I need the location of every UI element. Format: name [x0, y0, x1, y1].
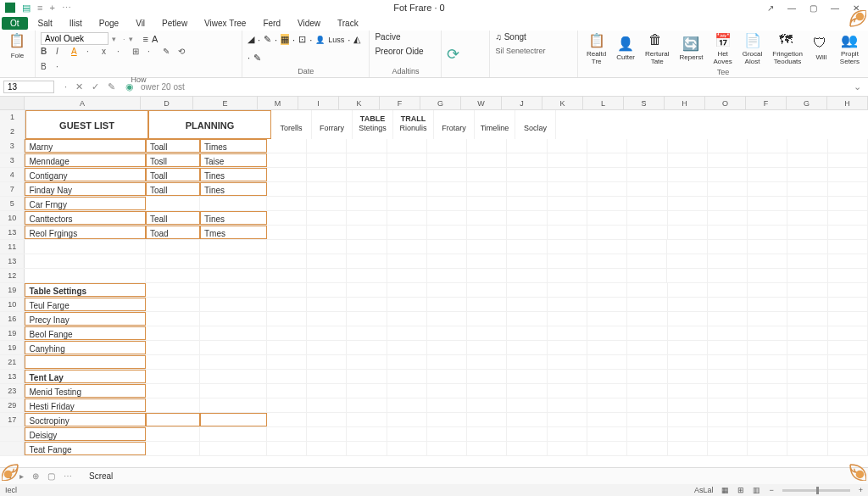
cell[interactable] [347, 226, 387, 239]
colhdr-a[interactable]: A [25, 97, 142, 109]
tab-prev-icon[interactable]: ◂ [7, 471, 11, 481]
cell[interactable] [548, 182, 587, 196]
nav-frotary[interactable]: Frotary [434, 110, 475, 139]
cell[interactable] [668, 168, 708, 181]
cell[interactable] [387, 240, 427, 254]
nav-rionulis[interactable]: TRALLRionulis [393, 110, 434, 139]
cell[interactable] [748, 240, 787, 254]
cell[interactable] [587, 269, 627, 282]
cell[interactable] [748, 326, 787, 340]
cell[interactable] [548, 269, 587, 282]
cell[interactable] [467, 182, 507, 196]
cell-e[interactable]: Tines [200, 182, 267, 196]
preoror-label[interactable]: Preoror Oide [375, 47, 423, 56]
rowhdr[interactable]: 16 [0, 312, 25, 326]
cell[interactable] [627, 442, 667, 455]
cell-e[interactable] [200, 197, 267, 210]
cell[interactable] [347, 312, 387, 326]
plus-icon[interactable]: + [49, 3, 54, 13]
cell[interactable] [828, 384, 868, 398]
colhdr-G[interactable]: G [787, 97, 827, 109]
cell[interactable] [267, 298, 307, 311]
cell[interactable] [467, 312, 507, 326]
cell[interactable] [587, 370, 627, 383]
cell-d[interactable]: Toall [146, 168, 200, 181]
cell[interactable] [347, 370, 387, 383]
cell[interactable] [347, 283, 387, 297]
cell-d[interactable] [146, 341, 200, 354]
cell[interactable] [748, 139, 787, 153]
cell[interactable] [507, 427, 547, 441]
cell[interactable] [708, 269, 748, 282]
cell[interactable] [668, 355, 708, 369]
strike-icon[interactable]: · [86, 47, 98, 59]
cell[interactable] [467, 384, 507, 398]
cell[interactable] [627, 226, 667, 239]
cell[interactable] [668, 326, 708, 340]
rowhdr[interactable]: 13 [0, 226, 25, 239]
cell[interactable] [548, 298, 587, 311]
cell[interactable] [467, 413, 507, 426]
ribbon-btn-reperst[interactable]: 🔄Reperst [676, 36, 706, 62]
menu-icon[interactable]: ≡ [37, 3, 42, 13]
cell[interactable] [347, 298, 387, 311]
cell[interactable] [387, 168, 427, 181]
cell[interactable] [548, 197, 587, 210]
cell[interactable] [467, 153, 507, 167]
cell[interactable] [787, 182, 827, 196]
cell[interactable] [587, 182, 627, 196]
colhdr-S[interactable]: S [624, 97, 665, 109]
cell-a[interactable] [25, 254, 146, 268]
cell[interactable] [507, 139, 547, 153]
cell[interactable] [787, 442, 827, 455]
tab-track[interactable]: Track [331, 17, 365, 30]
cell[interactable] [748, 283, 787, 297]
cell[interactable] [467, 139, 507, 153]
cell[interactable] [307, 341, 347, 354]
cell[interactable] [427, 398, 467, 412]
share-icon[interactable]: ↗ [767, 3, 774, 13]
cell[interactable] [708, 427, 748, 441]
cell[interactable] [748, 298, 787, 311]
cell[interactable] [587, 312, 627, 326]
cell[interactable] [548, 168, 587, 181]
cell-e[interactable] [200, 283, 267, 297]
rowhdr[interactable]: 17 [0, 413, 25, 426]
cell[interactable] [627, 413, 667, 426]
cell[interactable] [267, 139, 307, 153]
cell[interactable] [587, 398, 627, 412]
tab-poge[interactable]: Poge [92, 17, 125, 30]
rowhdr[interactable] [0, 427, 25, 441]
cell[interactable] [307, 254, 347, 268]
cell[interactable] [507, 298, 547, 311]
save-icon[interactable]: ▤ [22, 3, 31, 14]
cell[interactable] [347, 341, 387, 354]
ribbon-btn-cutter[interactable]: 👤Cutter [613, 36, 638, 62]
cell[interactable] [307, 211, 347, 225]
cell[interactable] [307, 355, 347, 369]
cell[interactable] [587, 283, 627, 297]
cell[interactable] [507, 226, 547, 239]
rowhdr[interactable] [0, 442, 25, 455]
nav-soclay[interactable]: Soclay [515, 110, 556, 139]
cell[interactable] [467, 168, 507, 181]
cell[interactable] [587, 139, 627, 153]
cell[interactable] [307, 182, 347, 196]
cell[interactable] [387, 413, 427, 426]
cell-d[interactable]: Toall [146, 182, 200, 196]
cell[interactable] [668, 413, 708, 426]
cell-d[interactable] [146, 398, 200, 412]
cell[interactable] [627, 153, 667, 167]
refresh-circle-icon[interactable]: ⟳ [447, 45, 459, 64]
colhdr-W[interactable]: W [461, 97, 502, 109]
cell[interactable] [748, 197, 787, 210]
more-icon[interactable]: ⋯ [62, 3, 71, 14]
cell[interactable] [708, 370, 748, 383]
cell-a[interactable]: Canttectors [25, 211, 146, 225]
cell[interactable] [507, 442, 547, 455]
cell[interactable] [548, 384, 587, 398]
cell[interactable] [507, 355, 547, 369]
fill-icon[interactable]: ◢ [248, 34, 254, 45]
cell[interactable] [507, 197, 547, 210]
cell[interactable] [427, 139, 467, 153]
